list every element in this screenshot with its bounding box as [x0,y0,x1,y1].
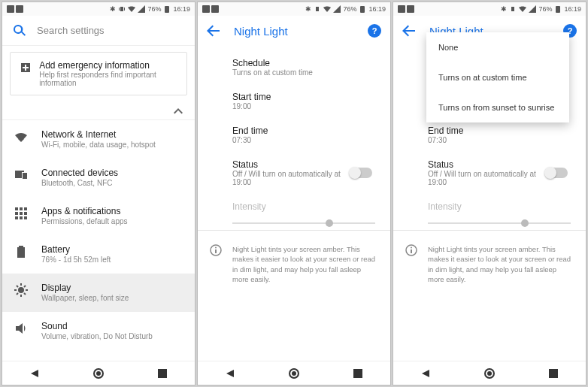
nightlight-screen: ✱ 76% 16:19 Night Light ? Schedule Turns… [197,2,391,385]
status-bar: ✱ 76% 16:19 [198,2,390,16]
vibrate-icon [314,5,321,13]
photo-icon [398,5,405,13]
svg-rect-4 [158,369,167,378]
vibrate-icon [118,5,126,13]
photo-icon [211,5,219,13]
home-nav-icon[interactable] [93,368,104,379]
home-nav-icon[interactable] [484,368,495,379]
plus-icon [20,62,30,74]
settings-item-connected[interactable]: Connected devicesBluetooth, Cast, NFC [2,159,195,197]
back-nav-icon[interactable] [225,368,235,379]
intensity-row: Intensity [198,194,390,219]
svg-rect-11 [353,369,362,378]
settings-item-network[interactable]: Network & InternetWi-Fi, mobile, data us… [2,120,195,159]
vibrate-icon [509,5,517,13]
dropdown-item-sunset[interactable]: Turns on from sunset to sunrise [426,92,569,122]
battery-icon [163,5,171,13]
end-time-row[interactable]: End time 07:30 [198,118,390,152]
settings-item-battery[interactable]: Battery76% - 1d 5h 52m left [2,235,195,274]
status-row[interactable]: Status Off / Will turn on automatically … [393,152,586,194]
wifi-icon [14,130,28,144]
status-switch[interactable] [545,168,568,178]
back-icon[interactable] [402,24,416,38]
wifi-icon [323,5,331,13]
recent-nav-icon[interactable] [157,368,168,379]
svg-rect-1 [16,5,23,13]
svg-rect-13 [407,5,414,13]
settings-screen: ✱ 76% 16:19 Search settings Add emergenc… [2,2,195,385]
info-block: Night Light tints your screen amber. Thi… [198,235,390,293]
photo-icon [202,5,210,13]
apps-icon [14,207,28,220]
svg-rect-14 [556,6,560,13]
battery-icon [554,5,562,13]
recent-nav-icon[interactable] [353,368,363,379]
back-nav-icon[interactable] [420,368,431,379]
collapse-row[interactable] [2,101,195,120]
svg-rect-0 [7,5,14,13]
svg-rect-6 [211,5,219,13]
nightlight-dropdown-screen: ✱ 76% 16:19 Night Light ? None Turns on … [393,2,586,385]
wifi-icon [519,5,526,13]
svg-point-9 [215,247,217,249]
info-icon [405,244,417,256]
divider [393,230,586,231]
schedule-dropdown: None Turns on at custom time Turns on fr… [426,32,569,122]
emergency-sub: Help first responders find important inf… [39,71,177,87]
photo-icon [7,5,14,13]
svg-point-16 [411,247,412,249]
dropdown-item-none[interactable]: None [426,32,569,62]
devices-icon [14,168,28,182]
svg-rect-7 [360,6,365,13]
emergency-title: Add emergency information [39,60,177,71]
signal-icon [529,5,536,13]
sound-icon [14,322,28,335]
svg-rect-17 [411,249,412,253]
intensity-row: Intensity [393,194,586,219]
settings-item-apps[interactable]: Apps & notificationsPermissions, default… [2,197,195,235]
recent-nav-icon[interactable] [548,368,559,379]
photo-icon [407,5,414,13]
start-time-row[interactable]: Start time 19:00 [198,84,390,118]
end-time-row[interactable]: End time 07:30 [393,118,586,152]
svg-rect-10 [215,249,217,253]
photo-icon [16,5,23,13]
intensity-slider[interactable] [428,222,571,224]
content: Schedule Turns on at custom time Start t… [198,46,390,361]
app-bar: Night Light ? [198,16,390,46]
chevron-up-icon [172,104,184,116]
info-block: Night Light tints your screen amber. Thi… [393,235,586,293]
emergency-card[interactable]: Add emergency information Help first res… [10,52,187,95]
svg-rect-12 [398,5,405,13]
page-title: Night Light [234,25,354,38]
back-icon[interactable] [207,24,220,38]
settings-item-storage[interactable]: Storage58% used - 26.89 GB free [2,350,195,361]
status-switch[interactable] [350,168,372,178]
settings-item-sound[interactable]: SoundVolume, vibration, Do Not Disturb [2,312,195,350]
info-icon [210,244,222,256]
search-bar[interactable]: Search settings [2,16,195,46]
home-nav-icon[interactable] [289,368,299,379]
dropdown-item-custom[interactable]: Turns on at custom time [426,62,569,92]
search-placeholder: Search settings [37,25,105,36]
nav-bar [198,361,390,385]
intensity-slider[interactable] [232,222,375,224]
settings-list: Network & InternetWi-Fi, mobile, data us… [2,120,195,361]
status-row[interactable]: Status Off / Will turn on automatically … [198,152,390,194]
search-icon [13,24,26,38]
signal-icon [333,5,341,13]
battery-icon [359,5,366,13]
settings-item-display[interactable]: DisplayWallpaper, sleep, font size [2,274,195,312]
status-bar: ✱ 76% 16:19 [393,2,586,16]
svg-rect-5 [202,5,210,13]
signal-icon [138,5,145,13]
nav-bar [393,361,586,385]
back-nav-icon[interactable] [29,368,40,379]
svg-point-3 [18,287,24,293]
help-icon[interactable]: ? [368,24,381,38]
divider [198,230,390,231]
schedule-row[interactable]: Schedule Turns on at custom time [198,50,390,84]
brightness-icon [14,283,28,297]
battery-icon [14,245,28,259]
nav-bar [2,361,195,385]
